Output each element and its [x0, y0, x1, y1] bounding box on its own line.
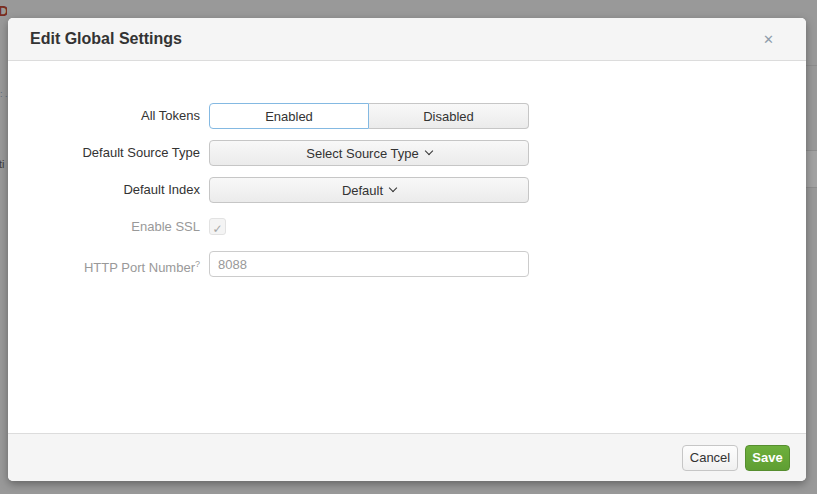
- http-port-input: [209, 251, 529, 277]
- background-table-edge: [806, 0, 817, 494]
- background-fragment: ti: [0, 158, 8, 172]
- background-row-band: [806, 150, 817, 188]
- default-source-type-value: Select Source Type: [306, 146, 419, 161]
- all-tokens-disabled-button[interactable]: Disabled: [369, 103, 529, 129]
- all-tokens-row: All Tokens Enabled Disabled: [8, 103, 806, 129]
- dialog-body: All Tokens Enabled Disabled Default Sour…: [8, 61, 806, 433]
- check-icon: ✓: [212, 222, 222, 236]
- default-index-dropdown[interactable]: Default: [209, 177, 529, 203]
- background-fragment: D: [0, 2, 7, 20]
- all-tokens-enabled-button[interactable]: Enabled: [209, 103, 369, 129]
- background-row-divider: [806, 65, 817, 66]
- all-tokens-toggle: Enabled Disabled: [209, 103, 529, 129]
- dialog-header: Edit Global Settings ✕: [8, 18, 806, 61]
- dialog-footer: Cancel Save: [8, 433, 806, 481]
- default-source-type-row: Default Source Type Select Source Type: [8, 140, 806, 166]
- http-port-label: HTTP Port Number?: [8, 251, 200, 281]
- edit-global-settings-dialog: Edit Global Settings ✕ All Tokens Enable…: [8, 18, 806, 481]
- enable-ssl-row: Enable SSL ✓: [8, 214, 806, 240]
- http-port-label-text: HTTP Port Number: [84, 260, 195, 275]
- dialog-title: Edit Global Settings: [30, 30, 761, 48]
- enable-ssl-checkbox: ✓: [209, 218, 226, 235]
- enable-ssl-label: Enable SSL: [8, 214, 200, 240]
- default-index-value: Default: [342, 183, 383, 198]
- default-index-row: Default Index Default: [8, 177, 806, 203]
- chevron-down-icon: [425, 147, 433, 155]
- chevron-down-icon: [389, 184, 397, 192]
- all-tokens-label: All Tokens: [8, 103, 200, 129]
- close-icon[interactable]: ✕: [761, 31, 776, 48]
- default-index-label: Default Index: [8, 177, 200, 203]
- cancel-button[interactable]: Cancel: [682, 445, 738, 471]
- default-source-type-dropdown[interactable]: Select Source Type: [209, 140, 529, 166]
- default-source-type-label: Default Source Type: [8, 140, 200, 166]
- save-button[interactable]: Save: [745, 445, 790, 471]
- help-marker: ?: [195, 259, 200, 269]
- http-port-row: HTTP Port Number?: [8, 251, 806, 281]
